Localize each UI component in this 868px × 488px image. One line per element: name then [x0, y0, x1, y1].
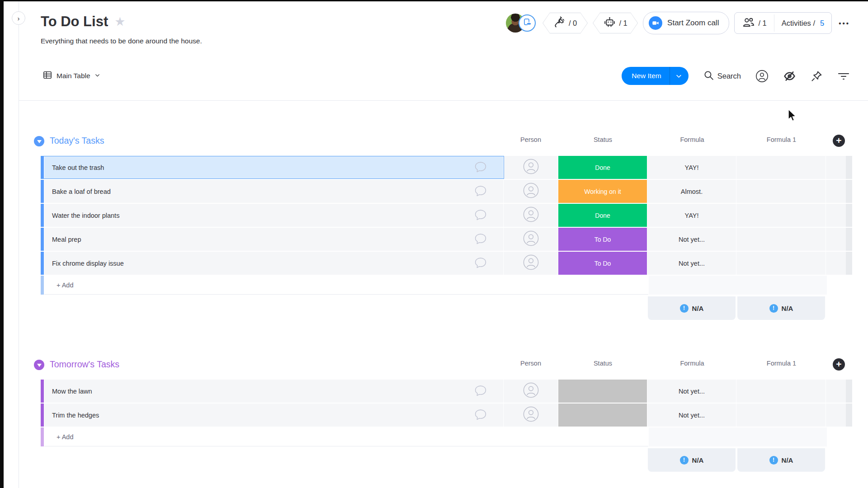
formula1-summary[interactable]: ! N/A	[737, 448, 825, 472]
formula1-cell[interactable]	[736, 180, 826, 203]
item-name: Meal prep	[44, 236, 81, 243]
table-row[interactable]: Water the indoor plantsDoneYAY!	[41, 204, 853, 227]
formula-cell[interactable]: Almost.	[647, 180, 736, 203]
pin-button[interactable]	[811, 70, 823, 82]
table-row[interactable]: Meal prepTo DoNot yet...	[41, 228, 853, 251]
activities-button[interactable]: Activities / 5	[774, 13, 831, 33]
table-row[interactable]: Fix chrome display issueTo DoNot yet...	[41, 252, 853, 275]
add-column-button[interactable]: +	[833, 358, 845, 371]
status-cell[interactable]: To Do	[558, 228, 647, 251]
item-name-cell[interactable]: Bake a loaf of bread	[44, 180, 503, 203]
item-name-cell[interactable]: Meal prep	[44, 228, 503, 251]
table-row[interactable]: Trim the hedgesNot yet...	[41, 404, 853, 427]
person-cell[interactable]	[504, 228, 558, 251]
formula-summary[interactable]: ! N/A	[648, 448, 736, 472]
add-item-row[interactable]: + Add	[41, 427, 853, 446]
header-divider	[19, 100, 868, 101]
chat-bubble-icon[interactable]	[474, 209, 487, 222]
formula-cell[interactable]: Not yet...	[647, 404, 736, 427]
formula1-cell[interactable]	[736, 380, 826, 403]
group-rows: Mow the lawnNot yet...Trim the hedgesNot…	[41, 380, 853, 427]
person-cell[interactable]	[504, 380, 558, 403]
group-summary-row: ! N/A ! N/A	[648, 296, 853, 320]
board-subtitle[interactable]: Everything that needs to be done around …	[41, 37, 202, 45]
chevron-right-icon: ›	[18, 14, 20, 22]
more-options-button[interactable]: •••	[837, 19, 852, 27]
table-row[interactable]: Bake a loaf of breadWorking on itAlmost.	[41, 180, 853, 203]
status-cell[interactable]	[558, 380, 647, 403]
formula1-summary[interactable]: ! N/A	[737, 296, 825, 320]
person-avatar-icon	[523, 382, 539, 400]
chat-bubble-icon[interactable]	[474, 161, 487, 174]
group-color-bar	[41, 252, 44, 275]
integrations-button[interactable]: / 0	[542, 13, 588, 33]
item-name-cell[interactable]: Take out the trash	[44, 156, 503, 179]
expand-sidebar-button[interactable]: ›	[12, 11, 25, 25]
chat-bubble-icon[interactable]	[474, 233, 487, 246]
collapse-group-button[interactable]	[34, 360, 44, 370]
search-button[interactable]: Search	[703, 70, 741, 83]
item-name-cell[interactable]: Water the indoor plants	[44, 204, 503, 227]
column-header-person[interactable]: Person	[504, 360, 558, 367]
add-item-row[interactable]: + Add	[41, 276, 853, 295]
group-title[interactable]: Today's Tasks	[50, 136, 104, 146]
person-cell[interactable]	[504, 252, 558, 275]
person-cell[interactable]	[504, 404, 558, 427]
person-cell[interactable]	[504, 156, 558, 179]
start-zoom-call-button[interactable]: Start Zoom call	[643, 12, 729, 34]
formula1-cell[interactable]	[736, 204, 826, 227]
hidden-columns-button[interactable]	[783, 70, 796, 83]
status-cell[interactable]: Done	[558, 156, 647, 179]
column-header-status[interactable]: Status	[558, 360, 647, 367]
integrations-count: / 0	[569, 19, 577, 28]
formula1-cell[interactable]	[736, 228, 826, 251]
filter-button[interactable]	[837, 70, 850, 82]
column-header-formula-1[interactable]: Formula 1	[737, 136, 826, 143]
tab-main-table[interactable]: Main Table	[39, 68, 104, 84]
status-cell[interactable]	[558, 404, 647, 427]
person-avatar-icon	[523, 159, 539, 176]
status-cell[interactable]: To Do	[558, 252, 647, 275]
new-item-dropdown-button[interactable]	[670, 73, 689, 80]
status-cell[interactable]: Working on it	[558, 180, 647, 203]
people-icon	[742, 16, 755, 31]
favorite-star-icon[interactable]: ★	[114, 14, 125, 29]
status-cell[interactable]: Done	[558, 204, 647, 227]
formula1-cell[interactable]	[736, 156, 826, 179]
page-title[interactable]: To Do List	[41, 14, 108, 30]
column-header-formula-1[interactable]: Formula 1	[737, 360, 826, 367]
column-header-status[interactable]: Status	[558, 136, 647, 143]
person-cell[interactable]	[504, 204, 558, 227]
automations-button[interactable]: / 1	[593, 13, 638, 33]
formula-cell[interactable]: YAY!	[647, 204, 736, 227]
item-name-cell[interactable]: Trim the hedges	[44, 404, 503, 427]
new-item-button[interactable]: New Item	[622, 67, 688, 85]
formula-cell[interactable]: Not yet...	[647, 228, 736, 251]
board-subscribers[interactable]	[506, 13, 538, 33]
table-row[interactable]: Take out the trashDoneYAY!	[41, 156, 853, 179]
formula-cell[interactable]: YAY!	[647, 156, 736, 179]
collapse-group-button[interactable]	[34, 136, 44, 146]
board-members-button[interactable]: / 1	[735, 13, 774, 33]
column-header-formula[interactable]: Formula	[648, 360, 736, 367]
column-header-person[interactable]: Person	[504, 136, 558, 143]
chat-bubble-icon[interactable]	[474, 385, 487, 398]
table-row[interactable]: Mow the lawnNot yet...	[41, 380, 853, 403]
person-cell[interactable]	[504, 180, 558, 203]
item-name-cell[interactable]: Mow the lawn	[44, 380, 503, 403]
board-watcher-badge[interactable]	[519, 14, 536, 32]
column-header-formula[interactable]: Formula	[648, 136, 736, 143]
chat-bubble-icon[interactable]	[474, 185, 487, 198]
warning-icon: !	[769, 456, 778, 465]
add-column-button[interactable]: +	[833, 135, 845, 147]
formula1-cell[interactable]	[736, 252, 826, 275]
formula-summary[interactable]: ! N/A	[648, 296, 736, 320]
person-filter-button[interactable]	[755, 70, 769, 83]
formula-cell[interactable]: Not yet...	[647, 380, 736, 403]
formula-cell[interactable]: Not yet...	[647, 252, 736, 275]
group-title[interactable]: Tomorrow's Tasks	[50, 359, 119, 370]
formula1-cell[interactable]	[736, 404, 826, 427]
chat-bubble-icon[interactable]	[474, 257, 487, 270]
chat-bubble-icon[interactable]	[474, 409, 487, 422]
item-name-cell[interactable]: Fix chrome display issue	[44, 252, 503, 275]
